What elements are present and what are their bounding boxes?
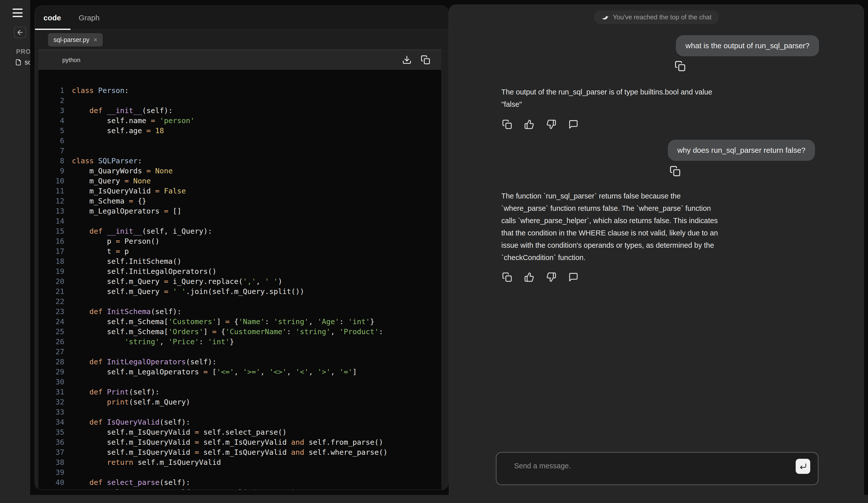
user-message-bubble: what is the output of run_sql_parser? (676, 35, 819, 56)
line-number: 4 (39, 115, 64, 126)
tab-code[interactable]: code (43, 13, 61, 22)
line-number: 35 (39, 427, 64, 437)
thumbs-down-icon[interactable] (546, 272, 556, 282)
code-line: 15 def __init__(self, i_Query): (39, 226, 441, 236)
dove-icon (601, 13, 609, 21)
sidebar-file-label: sc (24, 59, 30, 66)
back-button[interactable] (14, 27, 26, 38)
copy-icon[interactable] (502, 272, 512, 282)
code-line-content: m_LegalOperators = [] (64, 206, 182, 216)
code-line: 34 def IsQueryValid(self): (39, 417, 441, 427)
code-line-content: def InitSchema(self): (64, 307, 182, 317)
send-button[interactable] (796, 459, 810, 474)
line-number: 18 (39, 256, 64, 266)
sidebar: PROJ sc (0, 0, 30, 503)
project-section-label: PROJ (16, 48, 30, 55)
message-composer (496, 452, 818, 485)
line-number: 36 (39, 437, 64, 447)
tab-graph[interactable]: Graph (79, 13, 100, 22)
code-line-content: def __init__(self): (64, 105, 173, 115)
file-tab-sql-parser[interactable]: sql-parser.py × (48, 33, 103, 47)
code-line: 16 p = Person() (39, 236, 441, 246)
thumbs-down-icon[interactable] (546, 119, 556, 130)
code-line-content: class SQLParser: (64, 156, 142, 166)
line-number: 26 (39, 337, 64, 347)
code-line-content: self.InitSchema() (64, 256, 182, 266)
code-line-content (64, 136, 72, 146)
line-number: 15 (39, 226, 64, 236)
code-line-content: def __init__(self, i_Query): (64, 226, 212, 236)
line-number: 30 (39, 377, 64, 387)
code-line-content (64, 146, 72, 156)
code-line-content: self.m_LegalOperators = ['<=', '>=', '<>… (64, 367, 357, 377)
thumbs-up-icon[interactable] (524, 272, 534, 282)
line-number: 39 (39, 467, 64, 478)
line-number: 28 (39, 357, 64, 367)
line-number: 37 (39, 447, 64, 457)
code-line: 35 self.m_IsQueryValid = self.select_par… (39, 427, 441, 437)
code-line: 32 print(self.m_Query) (39, 397, 441, 407)
code-line-content: def Print(self): (64, 387, 159, 397)
download-icon[interactable] (402, 55, 412, 64)
code-line-content: self.m_IsQueryValid = self.select_parse(… (64, 427, 287, 437)
sidebar-file-item[interactable]: sc (15, 58, 30, 66)
line-number: 41 (39, 487, 64, 490)
code-line: 40 def select_parse(self): (39, 478, 441, 487)
code-line-content: def IsQueryValid(self): (64, 417, 190, 427)
chat-panel: You've reached the top of the chat what … (449, 4, 864, 495)
line-number: 34 (39, 417, 64, 427)
code-line-content: p = Person() (64, 236, 159, 246)
line-number: 13 (39, 206, 64, 216)
line-number: 38 (39, 457, 64, 467)
code-line-content (64, 467, 72, 478)
code-line-content: 'string', 'Price': 'int'} (64, 337, 234, 347)
response-action-row (502, 119, 578, 130)
code-line-content: self.InitLegalOperators() (64, 266, 217, 276)
user-message-bubble: why does run_sql_parser return false? (668, 140, 815, 161)
code-line-content: t = p (64, 246, 129, 256)
close-icon[interactable]: × (93, 37, 97, 43)
thumbs-up-icon[interactable] (524, 119, 534, 130)
comment-icon[interactable] (568, 272, 578, 282)
code-editor[interactable]: 1class Person:23 def __init__(self):4 se… (39, 70, 441, 490)
code-line-content (64, 95, 72, 105)
copy-icon[interactable] (502, 119, 512, 130)
code-line: 5 self.age = 18 (39, 126, 441, 136)
editor-tabs: code Graph (35, 6, 448, 30)
message-input[interactable] (497, 453, 818, 484)
code-line: 14 (39, 216, 441, 226)
code-line: 28 def InitLegalOperators(self): (39, 357, 441, 367)
editor-panel: code Graph sql-parser.py × python 1class… (35, 6, 448, 490)
document-icon (15, 58, 22, 66)
code-line: 41 selectPatern = self.m_Query.split('SE… (39, 487, 441, 490)
code-line: 29 self.m_LegalOperators = ['<=', '>=', … (39, 367, 441, 377)
user-message-text: why does run_sql_parser return false? (678, 146, 805, 155)
code-language-label: python (62, 57, 80, 64)
code-line: 1class Person: (39, 85, 441, 95)
copy-icon[interactable] (421, 55, 430, 64)
code-line-content: self.m_IsQueryValid = self.m_IsQueryVali… (64, 437, 383, 447)
line-number: 29 (39, 367, 64, 377)
line-number: 25 (39, 327, 64, 337)
assistant-response: The output of the run_sql_parser is of t… (501, 86, 778, 111)
line-number: 6 (39, 136, 64, 146)
comment-icon[interactable] (568, 119, 578, 130)
code-line: 7 (39, 146, 441, 156)
code-line-content: m_QuaryWords = None (64, 166, 173, 176)
copy-icon[interactable] (670, 166, 681, 177)
hamburger-menu-icon[interactable] (12, 9, 23, 17)
line-number: 17 (39, 246, 64, 256)
line-number: 5 (39, 126, 64, 136)
copy-icon[interactable] (675, 61, 686, 72)
code-line: 24 self.m_Schema['Customers'] = {'Name':… (39, 317, 441, 327)
code-block-header: python (39, 50, 441, 70)
code-line-content: self.m_Schema['Customers'] = {'Name': 's… (64, 317, 374, 327)
line-number: 8 (39, 156, 64, 166)
code-line-content (64, 347, 72, 357)
line-number: 32 (39, 397, 64, 407)
line-number: 9 (39, 166, 64, 176)
line-number: 40 (39, 478, 64, 487)
code-line: 10 m_Query = None (39, 176, 441, 186)
code-line-content: m_Query = None (64, 176, 151, 186)
code-line-content (64, 407, 72, 417)
